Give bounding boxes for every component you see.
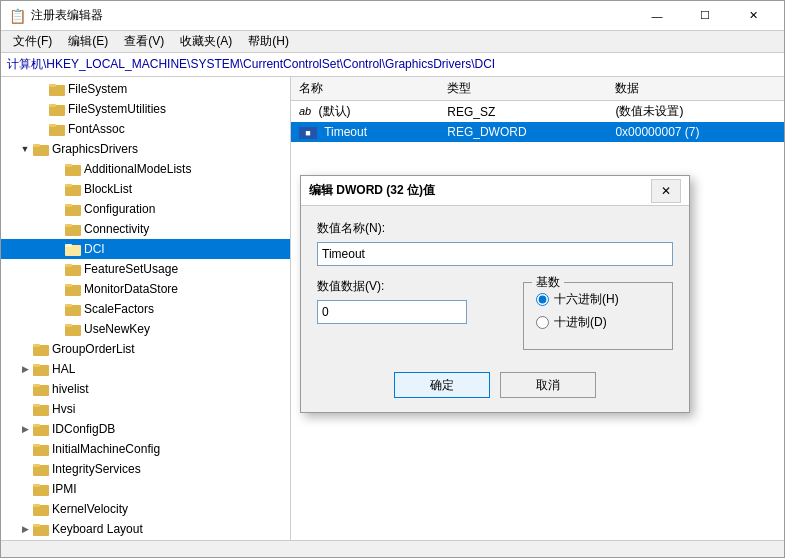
menu-file[interactable]: 文件(F)	[5, 31, 60, 53]
maximize-button[interactable]: ☐	[682, 1, 728, 31]
svg-rect-11	[65, 184, 72, 187]
menu-bar: 文件(F) 编辑(E) 查看(V) 收藏夹(A) 帮助(H)	[1, 31, 784, 53]
tree-item-ipmi[interactable]: IPMI	[1, 479, 290, 499]
col-data: 数据	[607, 77, 784, 101]
tree-item-connectivity[interactable]: Connectivity	[1, 219, 290, 239]
row-data-timeout: 0x00000007 (7)	[607, 122, 784, 142]
radio-dec-row[interactable]: 十进制(D)	[536, 314, 660, 331]
tree-panel[interactable]: FileSystem FileSystemUtilities FontAssoc	[1, 77, 291, 540]
window-title: 注册表编辑器	[31, 7, 634, 24]
svg-rect-41	[33, 484, 40, 487]
tree-item-kernelvelocity[interactable]: KernelVelocity	[1, 499, 290, 519]
folder-icon-blocklist	[65, 182, 81, 196]
folder-icon-integrityservices	[33, 462, 49, 476]
value-name-input[interactable]	[317, 242, 673, 266]
arrow-hvsi	[17, 401, 33, 417]
arrow-monitordatastore	[49, 281, 65, 297]
radio-hex[interactable]	[536, 293, 549, 306]
row-data-default: (数值未设置)	[607, 101, 784, 123]
tree-item-grouporderlist[interactable]: GroupOrderList	[1, 339, 290, 359]
tree-item-dci[interactable]: DCI	[1, 239, 290, 259]
minimize-button[interactable]: —	[634, 1, 680, 31]
tree-item-hivelist[interactable]: hivelist	[1, 379, 290, 399]
tree-item-filesystemutilities[interactable]: FileSystemUtilities	[1, 99, 290, 119]
svg-rect-37	[33, 444, 40, 447]
dialog-row: 数值数据(V): 基数 十六进制(H) 十进制(D)	[317, 278, 673, 350]
arrow-blocklist	[49, 181, 65, 197]
tree-label-monitordatastore: MonitorDataStore	[84, 282, 286, 296]
arrow-filesystemutilities	[33, 101, 49, 117]
tree-item-configuration[interactable]: Configuration	[1, 199, 290, 219]
value-data-input[interactable]	[317, 300, 467, 324]
folder-icon-ipmi	[33, 482, 49, 496]
arrow-additionalmodelists	[49, 161, 65, 177]
tree-item-graphicsdrivers[interactable]: ▼ GraphicsDrivers	[1, 139, 290, 159]
value-data-label: 数值数据(V):	[317, 278, 507, 295]
svg-rect-25	[65, 324, 72, 327]
folder-icon-additionalmodelists	[65, 162, 81, 176]
arrow-filesystem	[33, 81, 49, 97]
svg-rect-15	[65, 224, 72, 227]
arrow-graphicsdrivers: ▼	[17, 141, 33, 157]
radio-dec-label: 十进制(D)	[554, 314, 607, 331]
radio-dec[interactable]	[536, 316, 549, 329]
folder-icon-monitordatastore	[65, 282, 81, 296]
folder-icon-idconfigdb	[33, 422, 49, 436]
cancel-button[interactable]: 取消	[500, 372, 596, 398]
row-name-timeout: ■ Timeout	[291, 122, 439, 142]
svg-rect-23	[65, 304, 72, 307]
menu-help[interactable]: 帮助(H)	[240, 31, 297, 53]
menu-view[interactable]: 查看(V)	[116, 31, 172, 53]
tree-label-kernelvelocity: KernelVelocity	[52, 502, 286, 516]
tree-label-filesystem: FileSystem	[68, 82, 286, 96]
tree-item-filesystem[interactable]: FileSystem	[1, 79, 290, 99]
arrow-integrityservices	[17, 461, 33, 477]
tree-label-keyboardlayout: Keyboard Layout	[52, 522, 286, 536]
base-group-box: 基数 十六进制(H) 十进制(D)	[523, 282, 673, 350]
tree-label-idconfigdb: IDConfigDB	[52, 422, 286, 436]
menu-edit[interactable]: 编辑(E)	[60, 31, 116, 53]
tree-item-keyboardlayout[interactable]: ▶ Keyboard Layout	[1, 519, 290, 539]
table-row-timeout[interactable]: ■ Timeout REG_DWORD 0x00000007 (7)	[291, 122, 784, 142]
close-button[interactable]: ✕	[730, 1, 776, 31]
app-icon: 📋	[9, 8, 25, 24]
ok-button[interactable]: 确定	[394, 372, 490, 398]
tree-label-initialmachineconfig: InitialMachineConfig	[52, 442, 286, 456]
radio-hex-row[interactable]: 十六进制(H)	[536, 291, 660, 308]
folder-icon-hvsi	[33, 402, 49, 416]
registry-table: 名称 类型 数据 ab (默认) REG_SZ (数值未设置)	[291, 77, 784, 142]
tree-item-hal[interactable]: ▶ HAL	[1, 359, 290, 379]
tree-label-usenewkey: UseNewKey	[84, 322, 286, 336]
tree-item-monitordatastore[interactable]: MonitorDataStore	[1, 279, 290, 299]
tree-item-additionalmodelists[interactable]: AdditionalModeLists	[1, 159, 290, 179]
dialog-close-button[interactable]: ✕	[651, 179, 681, 203]
tree-item-initialmachineconfig[interactable]: InitialMachineConfig	[1, 439, 290, 459]
tree-item-scalefactors[interactable]: ScaleFactors	[1, 299, 290, 319]
tree-item-fontassoc[interactable]: FontAssoc	[1, 119, 290, 139]
table-row[interactable]: ab (默认) REG_SZ (数值未设置)	[291, 101, 784, 123]
folder-icon-filesystemutilities	[49, 102, 65, 116]
tree-item-featuresetusage[interactable]: FeatureSetUsage	[1, 259, 290, 279]
tree-label-additionalmodelists: AdditionalModeLists	[84, 162, 286, 176]
tree-item-usenewkey[interactable]: UseNewKey	[1, 319, 290, 339]
tree-item-integrityservices[interactable]: IntegrityServices	[1, 459, 290, 479]
tree-item-hvsi[interactable]: Hvsi	[1, 399, 290, 419]
svg-rect-39	[33, 464, 40, 467]
folder-icon-configuration	[65, 202, 81, 216]
tree-label-blocklist: BlockList	[84, 182, 286, 196]
row-type-default: REG_SZ	[439, 101, 607, 123]
menu-favorites[interactable]: 收藏夹(A)	[172, 31, 240, 53]
dialog-title-bar: 编辑 DWORD (32 位)值 ✕	[301, 176, 689, 206]
tree-item-blocklist[interactable]: BlockList	[1, 179, 290, 199]
tree-label-ipmi: IPMI	[52, 482, 286, 496]
arrow-configuration	[49, 201, 65, 217]
folder-icon-kernelvelocity	[33, 502, 49, 516]
arrow-fontassoc	[33, 121, 49, 137]
tree-item-idconfigdb[interactable]: ▶ IDConfigDB	[1, 419, 290, 439]
tree-label-featuresetusage: FeatureSetUsage	[84, 262, 286, 276]
value-name-label: 数值名称(N):	[317, 220, 673, 237]
horizontal-scrollbar[interactable]	[1, 540, 784, 557]
svg-rect-13	[65, 204, 72, 207]
dialog-body: 数值名称(N): 数值数据(V): 基数 十六进制(H) 十进制(D)	[301, 206, 689, 364]
svg-rect-9	[65, 164, 72, 167]
